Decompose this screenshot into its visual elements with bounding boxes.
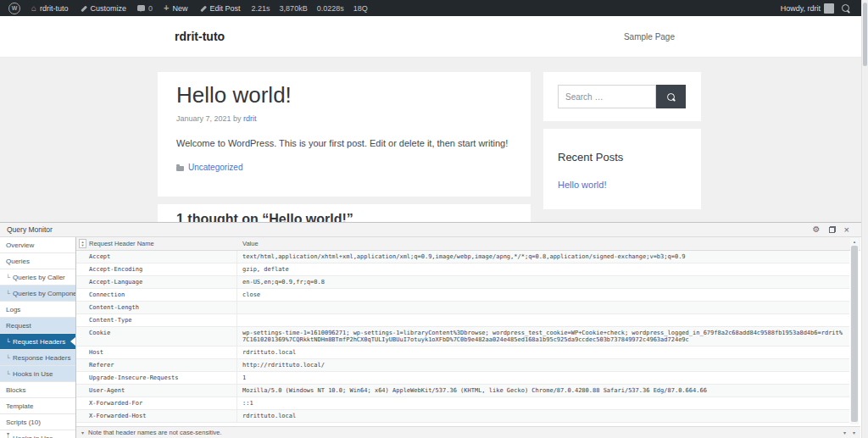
qm-menu-label: Hooks in Use bbox=[13, 435, 53, 438]
header-value-cell: gzip, deflate bbox=[237, 263, 849, 275]
scroll-up-icon[interactable]: ▴ bbox=[850, 238, 859, 245]
qm-menu-item[interactable]: Template bbox=[0, 398, 75, 414]
settings-gear-icon[interactable]: ⚙ bbox=[813, 225, 821, 234]
post-author-link[interactable]: rdrit bbox=[243, 114, 257, 123]
admin-bar-my-account[interactable]: Howdy, rdrit bbox=[781, 3, 834, 14]
qm-menu-item[interactable]: Scripts (10) bbox=[0, 414, 75, 430]
recent-post-link[interactable]: Hello world! bbox=[558, 180, 606, 190]
footer-note: Note that header names are not case-sens… bbox=[88, 429, 222, 436]
qm-menu-item[interactable]: Request Headers bbox=[0, 334, 75, 350]
admin-bar: W ⌂ rdrit-tuto Customize 0 + New Edit Po… bbox=[0, 0, 861, 16]
sort-icon[interactable]: ▲ ▼ bbox=[79, 239, 86, 248]
nav-sample-page[interactable]: Sample Page bbox=[624, 32, 675, 42]
qm-menu: Overview Queries Queries by Caller Queri… bbox=[0, 237, 76, 438]
table-row: Cookie wp-settings-time-1=1610096271; wp… bbox=[76, 327, 849, 347]
footer-toggle-icon[interactable]: ▾ bbox=[81, 430, 84, 435]
close-icon[interactable]: × bbox=[844, 225, 849, 234]
toggle-position-icon[interactable] bbox=[829, 226, 836, 233]
qm-admin-stats[interactable]: 2.21s3,870kB0.0228s18Q bbox=[252, 4, 368, 13]
admin-bar-new[interactable]: + New bbox=[164, 4, 187, 13]
category-folder-icon bbox=[176, 166, 184, 171]
post-date: January 7, 2021 bbox=[176, 114, 231, 123]
table-row: X-Forwarded-For ::1 bbox=[76, 397, 849, 410]
post-body: Welcome to WordPress. This is your first… bbox=[176, 138, 514, 148]
site-title[interactable]: rdrit-tuto bbox=[175, 30, 225, 43]
header-name-cell: Accept-Encoding bbox=[76, 263, 237, 275]
qm-menu-label: Overview bbox=[6, 241, 34, 249]
qm-menu-item[interactable]: Request bbox=[0, 318, 75, 334]
table-scrollbar[interactable]: ▴ bbox=[850, 238, 859, 424]
header-name-cell: Content-Type bbox=[76, 314, 237, 326]
qm-stat: 0.0228s bbox=[317, 4, 344, 13]
qm-menu-item[interactable]: Response Headers bbox=[0, 350, 75, 366]
header-value-cell: wp-settings-time-1=1610096271; wp-settin… bbox=[237, 327, 849, 346]
post-title: Hello world! bbox=[176, 82, 292, 108]
search-button[interactable] bbox=[656, 85, 686, 108]
search-input[interactable] bbox=[558, 85, 656, 108]
header-value-cell bbox=[237, 314, 849, 326]
qm-request-headers-table: ▲ ▼ Request Header Name Value Accept tex… bbox=[76, 237, 860, 426]
branch-icon bbox=[6, 274, 10, 280]
footer-arrow-icon[interactable]: ▾ bbox=[843, 430, 846, 435]
wordpress-menu[interactable]: W bbox=[8, 3, 20, 14]
edit-post-label: Edit Post bbox=[210, 4, 241, 13]
header-name-cell: Content-Length bbox=[76, 302, 237, 313]
header-value-cell: 1 bbox=[237, 372, 849, 384]
qm-title: Query Monitor bbox=[7, 225, 53, 234]
qm-menu-item[interactable]: Queries bbox=[0, 253, 75, 269]
header-name-cell: User-Agent bbox=[76, 385, 237, 396]
post-by-text: by bbox=[233, 114, 242, 123]
qm-menu-item[interactable]: Logs bbox=[0, 302, 75, 318]
comments-card: 1 thought on “Hello world!” bbox=[158, 204, 531, 222]
table-row: Referer http://rdrittuto.local/ bbox=[76, 359, 849, 372]
category-link[interactable]: Uncategorized bbox=[188, 163, 242, 172]
column-header-name[interactable]: Request Header Name bbox=[76, 240, 237, 247]
qm-menu-label: Response Headers bbox=[13, 354, 70, 362]
sort-down-icon: ▼ bbox=[81, 244, 85, 247]
qm-menu-item[interactable]: Queries by Component bbox=[0, 286, 75, 302]
table-row: X-Forwarded-Host rdrittuto.local bbox=[76, 410, 849, 423]
header-value-cell: Mozilla/5.0 (Windows NT 10.0; Win64; x64… bbox=[237, 385, 849, 396]
search-icon[interactable] bbox=[842, 4, 849, 12]
footer-arrow-icon[interactable]: ▾ bbox=[853, 430, 855, 435]
page-scrollbar-thumb[interactable] bbox=[863, 3, 867, 66]
header-value-cell: text/html,application/xhtml+xml,applicat… bbox=[237, 251, 849, 263]
qm-menu-item[interactable]: Hooks in Use bbox=[0, 430, 75, 438]
header-value-cell: http://rdrittuto.local/ bbox=[237, 359, 849, 371]
scrollbar-thumb[interactable] bbox=[851, 246, 858, 422]
comments-heading: 1 thought on “Hello world!” bbox=[176, 212, 353, 222]
header-name-cell: X-Forwarded-For bbox=[76, 397, 237, 409]
admin-bar-site-name[interactable]: ⌂ rdrit-tuto bbox=[31, 4, 69, 13]
home-icon: ⌂ bbox=[31, 4, 36, 13]
table-row: Accept-Language en-US,en;q=0.9,fr;q=0.8 bbox=[76, 276, 849, 289]
qm-menu-label: Hooks in Use bbox=[13, 370, 53, 378]
admin-bar-customize[interactable]: Customize bbox=[80, 4, 127, 13]
post-card: Hello world! January 7, 2021 by rdrit We… bbox=[158, 72, 531, 197]
header-name-cell: Host bbox=[76, 347, 237, 358]
branch-icon bbox=[6, 371, 10, 377]
header-name-cell: Connection bbox=[76, 289, 237, 301]
header-value-cell: rdrittuto.local bbox=[237, 410, 849, 422]
qm-menu-item[interactable]: Blocks bbox=[0, 382, 75, 398]
header-name-cell: Cookie bbox=[76, 327, 237, 346]
page-scrollbar[interactable] bbox=[861, 0, 868, 438]
howdy-label: Howdy, rdrit bbox=[781, 4, 821, 13]
new-label: New bbox=[173, 4, 188, 13]
qm-menu-item[interactable]: Overview bbox=[0, 237, 75, 253]
query-monitor-panel: Query Monitor ⚙ × Overview Queries bbox=[0, 222, 861, 438]
admin-bar-comments[interactable]: 0 bbox=[137, 4, 153, 13]
header-value-cell: rdrittuto.local bbox=[237, 347, 849, 358]
header-name-cell: X-Forwarded-Host bbox=[76, 410, 237, 422]
qm-menu-label: Queries bbox=[6, 258, 30, 265]
table-body: Accept text/html,application/xhtml+xml,a… bbox=[76, 251, 849, 426]
search-icon bbox=[667, 93, 675, 101]
table-row: Content-Length bbox=[76, 302, 849, 314]
header-value-cell bbox=[237, 302, 849, 313]
avatar bbox=[824, 3, 834, 14]
qm-menu-label: Request bbox=[6, 322, 31, 330]
recent-posts-title: Recent Posts bbox=[558, 151, 623, 164]
branch-icon bbox=[6, 291, 10, 297]
admin-bar-edit-post[interactable]: Edit Post bbox=[199, 4, 241, 13]
qm-menu-item[interactable]: Hooks in Use bbox=[0, 366, 75, 382]
qm-menu-item[interactable]: Queries by Caller bbox=[0, 269, 75, 286]
